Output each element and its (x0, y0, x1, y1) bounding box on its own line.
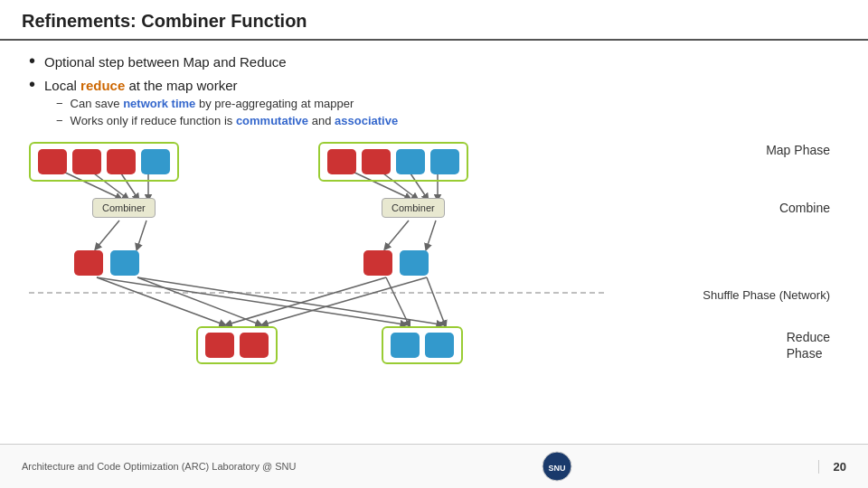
right-map-group (318, 142, 468, 182)
svg-line-18 (386, 277, 409, 324)
svg-line-17 (228, 277, 386, 324)
left-map-boxes (29, 142, 179, 182)
b2-highlight: reduce (80, 78, 125, 93)
map-box-1 (38, 149, 67, 174)
svg-line-4 (97, 221, 119, 248)
svg-line-16 (137, 277, 440, 324)
svg-line-10 (386, 221, 409, 248)
map-box-7 (396, 149, 425, 174)
commutative-highlight: commutative (236, 114, 308, 127)
sub-2-text: Works only if reduce function is commuta… (71, 114, 399, 127)
reduce-phase-text: ReducePhase (787, 330, 830, 361)
bullet-2-text: Local reduce at the map worker (44, 78, 237, 93)
sub-bullet-1: − Can save network time by pre-aggregati… (56, 97, 839, 110)
right-after-combiner (363, 250, 429, 276)
reduce-box-1 (205, 333, 234, 358)
diagram-area: Combiner Combiner (29, 135, 839, 370)
map-box-5 (327, 149, 356, 174)
footer-logo: SNU (541, 450, 573, 483)
b2-after: at the map worker (125, 78, 237, 93)
map-box-8 (430, 149, 459, 174)
svg-line-15 (137, 277, 259, 324)
left-map-group (29, 142, 179, 182)
map-box-2 (72, 149, 101, 174)
slide: Refinements: Combiner Function • Optiona… (0, 0, 868, 488)
svg-line-19 (264, 277, 427, 324)
slide-title: Refinements: Combiner Function (22, 11, 307, 31)
page-number: 20 (818, 460, 846, 474)
svg-line-13 (97, 277, 223, 324)
sub-dash-2: − (56, 114, 63, 127)
right-combiner-box: Combiner (382, 198, 445, 218)
bullet-1: • Optional step between Map and Reduce (29, 52, 839, 70)
right-out-red (363, 250, 392, 276)
sub-1-text: Can save network time by pre-aggregating… (71, 97, 354, 110)
shuffle-phase-label: Shuffle Phase (Network) (703, 286, 830, 303)
svg-line-5 (137, 221, 146, 248)
map-box-6 (362, 149, 391, 174)
left-reduce-boxes (196, 326, 278, 364)
left-out-blue (110, 250, 139, 276)
reduce-box-3 (391, 333, 420, 358)
associative-highlight: associative (335, 114, 398, 127)
combine-phase-text: Combine (779, 201, 830, 215)
left-out-red (74, 250, 103, 276)
right-reduce-boxes (382, 326, 463, 364)
bullet-dot-2: • (29, 75, 35, 93)
left-combiner: Combiner (92, 198, 156, 218)
network-time-highlight: network time (123, 97, 195, 110)
combine-phase-label: Combine (779, 200, 830, 216)
slide-header: Refinements: Combiner Function (0, 0, 868, 41)
reduce-box-2 (240, 333, 269, 358)
footer-text: Architecture and Code Optimization (ARC)… (22, 461, 296, 472)
right-map-boxes (318, 142, 468, 182)
map-phase-text: Map Phase (766, 143, 830, 157)
bullet-1-text: Optional step between Map and Reduce (44, 54, 287, 70)
sub-bullet-2: − Works only if reduce function is commu… (56, 114, 839, 127)
bullet-2: • Local reduce at the map worker (29, 75, 839, 93)
right-reduce-group (382, 326, 463, 364)
svg-line-11 (427, 221, 436, 248)
slide-footer: Architecture and Code Optimization (ARC)… (0, 444, 868, 488)
svg-line-14 (97, 277, 404, 324)
svg-text:SNU: SNU (548, 464, 565, 473)
left-combiner-box: Combiner (92, 198, 156, 218)
map-phase-label: Map Phase (766, 142, 830, 158)
map-box-4 (141, 149, 170, 174)
shuffle-phase-text: Shuffle Phase (Network) (703, 288, 830, 302)
slide-body: • Optional step between Map and Reduce •… (0, 41, 868, 444)
right-combiner: Combiner (382, 198, 445, 218)
bullet-dot-1: • (29, 52, 35, 70)
left-after-combiner (74, 250, 139, 276)
sub-dash-1: − (56, 97, 63, 110)
reduce-box-4 (425, 333, 454, 358)
right-out-blue (400, 250, 429, 276)
map-box-3 (107, 149, 136, 174)
reduce-phase-label: ReducePhase (787, 329, 830, 361)
left-reduce-group (196, 326, 278, 364)
svg-line-20 (427, 277, 445, 324)
b2-before: Local (44, 78, 80, 93)
